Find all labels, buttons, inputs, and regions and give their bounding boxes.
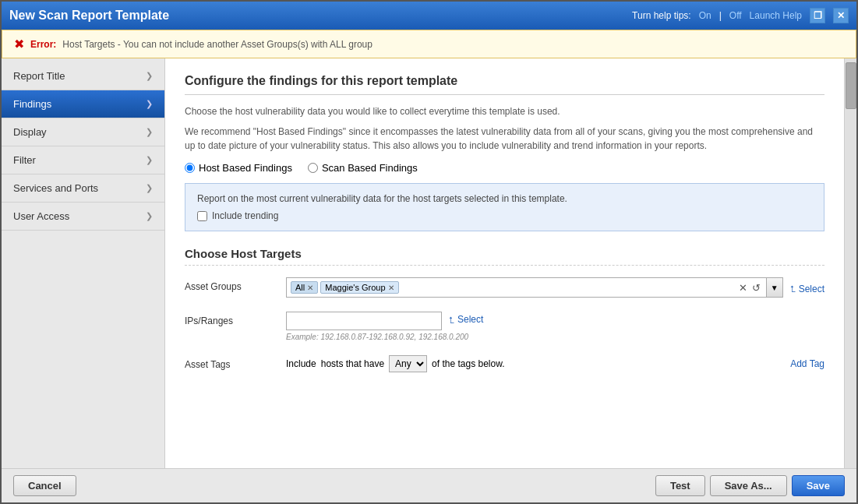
sidebar: Report Title ❯ Findings ❯ Display ❯ Filt… bbox=[2, 58, 165, 468]
asset-tags-content: Include hosts that have Any of the tags … bbox=[286, 355, 824, 372]
content-area: Configure the findings for this report t… bbox=[165, 58, 844, 468]
titlebar: New Scan Report Template Turn help tips:… bbox=[2, 2, 856, 30]
description-2: We recommend "Host Based Findings" since… bbox=[185, 125, 824, 153]
launch-help-link[interactable]: Launch Help bbox=[750, 10, 802, 21]
include-trending-checkbox[interactable] bbox=[197, 211, 207, 221]
asset-groups-tags-input[interactable]: All ✕ Maggie's Group ✕ ✕ ↺ bbox=[286, 277, 767, 298]
asset-tags-label: Asset Tags bbox=[185, 355, 286, 370]
info-box: Report on the most current vulnerability… bbox=[185, 183, 824, 231]
error-message: Host Targets - You can not include anoth… bbox=[62, 39, 373, 50]
chevron-icon-findings: ❯ bbox=[146, 99, 153, 109]
tags-clear-button[interactable]: ✕ bbox=[737, 282, 749, 294]
sidebar-item-report-title[interactable]: Report Title ❯ bbox=[2, 62, 164, 90]
chevron-icon-user-access: ❯ bbox=[146, 211, 153, 221]
sidebar-item-user-access[interactable]: User Access ❯ bbox=[2, 203, 164, 231]
hosts-that-have-label: hosts that have bbox=[321, 358, 384, 369]
asset-groups-row: Asset Groups All ✕ Maggie's Group ✕ bbox=[185, 277, 824, 298]
radio-host-based[interactable]: Host Based Findings bbox=[185, 162, 292, 174]
tags-dropdown-button[interactable]: ▼ bbox=[767, 277, 783, 298]
tag-maggies-group-remove[interactable]: ✕ bbox=[388, 284, 394, 292]
scrollbar[interactable] bbox=[844, 58, 856, 468]
help-tips-label: Turn help tips: bbox=[632, 10, 691, 21]
radio-scan-based-input[interactable] bbox=[308, 163, 318, 173]
any-select[interactable]: Any bbox=[389, 355, 427, 372]
save-as-button[interactable]: Save As... bbox=[710, 475, 787, 496]
include-label: Include bbox=[286, 358, 316, 369]
chevron-icon-services: ❯ bbox=[146, 183, 153, 193]
of-the-tags-below-label: of the tags below. bbox=[432, 358, 504, 369]
radio-scan-based-label: Scan Based Findings bbox=[322, 162, 418, 174]
help-separator: | bbox=[719, 10, 722, 21]
test-button[interactable]: Test bbox=[655, 475, 705, 496]
cancel-button[interactable]: Cancel bbox=[13, 475, 76, 496]
titlebar-controls: Turn help tips: On | Off Launch Help ❐ ✕ bbox=[632, 8, 849, 23]
ips-example-text: Example: 192.168.0.87-192.168.0.92, 192.… bbox=[286, 333, 824, 341]
ips-ranges-label: IPs/Ranges bbox=[185, 312, 286, 326]
action-buttons: Test Save As... Save bbox=[655, 475, 845, 496]
radio-host-based-input[interactable] bbox=[185, 163, 195, 173]
ips-ranges-control: ⮤ Select Example: 192.168.0.87-192.168.0… bbox=[286, 312, 824, 341]
chevron-icon-filter: ❯ bbox=[146, 155, 153, 165]
cursor-icon: ⮤ bbox=[789, 284, 797, 293]
chevron-icon-report-title: ❯ bbox=[146, 71, 153, 81]
sidebar-label-user-access: User Access bbox=[13, 210, 69, 222]
help-off-link[interactable]: Off bbox=[729, 10, 742, 21]
sidebar-label-display: Display bbox=[13, 126, 47, 138]
window: New Scan Report Template Turn help tips:… bbox=[0, 0, 858, 504]
radio-host-based-label: Host Based Findings bbox=[199, 162, 292, 174]
main-area: Report Title ❯ Findings ❯ Display ❯ Filt… bbox=[2, 58, 856, 468]
bottom-toolbar: Cancel Test Save As... Save bbox=[2, 468, 856, 502]
add-tag-link[interactable]: Add Tag bbox=[790, 358, 824, 369]
findings-radio-group: Host Based Findings Scan Based Findings bbox=[185, 162, 824, 174]
sidebar-label-findings: Findings bbox=[13, 98, 51, 110]
error-bar: ✖ Error: Host Targets - You can not incl… bbox=[2, 30, 856, 58]
sidebar-item-services-and-ports[interactable]: Services and Ports ❯ bbox=[2, 174, 164, 203]
info-box-text: Report on the most current vulnerability… bbox=[197, 193, 567, 204]
ips-ranges-select-link[interactable]: ⮤ Select bbox=[448, 312, 483, 325]
tag-maggies-group: Maggie's Group ✕ bbox=[320, 281, 398, 294]
error-prefix: Error: bbox=[30, 39, 56, 50]
tag-all-remove[interactable]: ✕ bbox=[307, 284, 313, 292]
ips-ranges-row: IPs/Ranges ⮤ Select Example: 192.168.0.8… bbox=[185, 312, 824, 341]
asset-tags-row: Asset Tags Include hosts that have Any o… bbox=[185, 355, 824, 372]
error-icon: ✖ bbox=[14, 37, 24, 51]
cursor-icon-ips: ⮤ bbox=[448, 315, 456, 324]
save-button[interactable]: Save bbox=[792, 475, 845, 496]
include-trending-checkbox-label[interactable]: Include trending bbox=[197, 210, 812, 221]
asset-groups-control: All ✕ Maggie's Group ✕ ✕ ↺ bbox=[286, 277, 824, 298]
sidebar-label-services-and-ports: Services and Ports bbox=[13, 182, 98, 194]
section-title: Configure the findings for this report t… bbox=[185, 74, 824, 95]
close-button[interactable]: ✕ bbox=[833, 8, 849, 23]
sidebar-label-filter: Filter bbox=[13, 154, 36, 166]
help-on-link[interactable]: On bbox=[699, 10, 711, 21]
radio-scan-based[interactable]: Scan Based Findings bbox=[308, 162, 418, 174]
tags-refresh-button[interactable]: ↺ bbox=[750, 282, 762, 294]
scrollbar-thumb[interactable] bbox=[846, 62, 856, 109]
chevron-icon-display: ❯ bbox=[146, 127, 153, 137]
asset-groups-select-link[interactable]: ⮤ Select bbox=[789, 281, 824, 294]
tag-all: All ✕ bbox=[291, 281, 318, 294]
include-trending-label: Include trending bbox=[212, 210, 278, 221]
sidebar-item-findings[interactable]: Findings ❯ bbox=[2, 90, 164, 118]
sidebar-item-display[interactable]: Display ❯ bbox=[2, 118, 164, 146]
tags-controls: ✕ ↺ bbox=[737, 282, 762, 294]
window-title: New Scan Report Template bbox=[9, 9, 169, 23]
asset-tags-control: Include hosts that have Any of the tags … bbox=[286, 355, 824, 372]
description-1: Choose the host vulnerability data you w… bbox=[185, 104, 824, 118]
ips-ranges-input[interactable] bbox=[286, 312, 442, 330]
sidebar-item-filter[interactable]: Filter ❯ bbox=[2, 146, 164, 174]
sidebar-label-report-title: Report Title bbox=[13, 70, 65, 82]
asset-groups-label: Asset Groups bbox=[185, 277, 286, 292]
popout-button[interactable]: ❐ bbox=[810, 8, 825, 23]
subsection-title: Choose Host Targets bbox=[185, 247, 824, 266]
